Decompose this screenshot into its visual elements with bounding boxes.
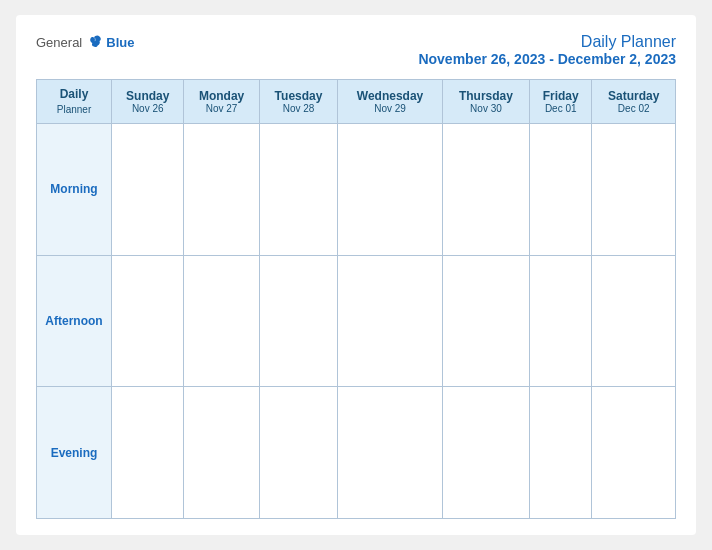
- header-col-tuesday: TuesdayNov 28: [259, 80, 338, 124]
- day-cell-evening-saturday[interactable]: [592, 387, 676, 519]
- col-day-date: Dec 01: [534, 103, 587, 114]
- header-planner: Planner: [41, 103, 107, 117]
- logo-bird-icon: [86, 33, 104, 51]
- day-cell-evening-friday[interactable]: [530, 387, 592, 519]
- logo-general: General: [36, 35, 82, 50]
- title-block: Daily Planner November 26, 2023 - Decemb…: [418, 33, 676, 67]
- day-cell-evening-thursday[interactable]: [442, 387, 529, 519]
- calendar-body: MorningAfternoonEvening: [37, 123, 676, 518]
- header-label-col: Daily Planner: [37, 80, 112, 124]
- header-col-monday: MondayNov 27: [184, 80, 259, 124]
- col-day-name: Tuesday: [264, 89, 334, 103]
- col-day-name: Saturday: [596, 89, 671, 103]
- day-cell-afternoon-tuesday[interactable]: [259, 255, 338, 387]
- day-cell-evening-sunday[interactable]: [112, 387, 184, 519]
- day-cell-evening-wednesday[interactable]: [338, 387, 442, 519]
- planner-title: Daily Planner: [418, 33, 676, 51]
- header-col-friday: FridayDec 01: [530, 80, 592, 124]
- day-cell-afternoon-thursday[interactable]: [442, 255, 529, 387]
- table-row: Evening: [37, 387, 676, 519]
- header-col-saturday: SaturdayDec 02: [592, 80, 676, 124]
- day-cell-morning-sunday[interactable]: [112, 123, 184, 255]
- col-day-name: Sunday: [116, 89, 179, 103]
- table-row: Afternoon: [37, 255, 676, 387]
- planner-dates: November 26, 2023 - December 2, 2023: [418, 51, 676, 67]
- day-cell-morning-saturday[interactable]: [592, 123, 676, 255]
- day-cell-afternoon-friday[interactable]: [530, 255, 592, 387]
- col-day-name: Friday: [534, 89, 587, 103]
- time-cell-afternoon: Afternoon: [37, 255, 112, 387]
- time-cell-evening: Evening: [37, 387, 112, 519]
- col-day-name: Monday: [188, 89, 254, 103]
- logo-blue: Blue: [106, 35, 134, 50]
- planner-page: General Blue Daily Planner November 26, …: [16, 15, 696, 535]
- day-cell-afternoon-sunday[interactable]: [112, 255, 184, 387]
- col-day-date: Nov 27: [188, 103, 254, 114]
- day-cell-morning-wednesday[interactable]: [338, 123, 442, 255]
- logo: General Blue: [36, 33, 134, 51]
- day-cell-morning-thursday[interactable]: [442, 123, 529, 255]
- calendar-table: Daily Planner SundayNov 26MondayNov 27Tu…: [36, 79, 676, 519]
- header-col-thursday: ThursdayNov 30: [442, 80, 529, 124]
- day-cell-evening-tuesday[interactable]: [259, 387, 338, 519]
- day-cell-afternoon-wednesday[interactable]: [338, 255, 442, 387]
- header-row: Daily Planner SundayNov 26MondayNov 27Tu…: [37, 80, 676, 124]
- day-cell-afternoon-monday[interactable]: [184, 255, 259, 387]
- col-day-name: Thursday: [447, 89, 525, 103]
- table-row: Morning: [37, 123, 676, 255]
- header: General Blue Daily Planner November 26, …: [36, 33, 676, 67]
- day-cell-morning-tuesday[interactable]: [259, 123, 338, 255]
- col-day-date: Dec 02: [596, 103, 671, 114]
- col-day-date: Nov 28: [264, 103, 334, 114]
- col-day-date: Nov 26: [116, 103, 179, 114]
- day-cell-morning-monday[interactable]: [184, 123, 259, 255]
- time-cell-morning: Morning: [37, 123, 112, 255]
- header-col-sunday: SundayNov 26: [112, 80, 184, 124]
- day-cell-afternoon-saturday[interactable]: [592, 255, 676, 387]
- header-daily: Daily: [41, 86, 107, 103]
- header-col-wednesday: WednesdayNov 29: [338, 80, 442, 124]
- day-cell-morning-friday[interactable]: [530, 123, 592, 255]
- day-cell-evening-monday[interactable]: [184, 387, 259, 519]
- col-day-date: Nov 29: [342, 103, 437, 114]
- col-day-name: Wednesday: [342, 89, 437, 103]
- col-day-date: Nov 30: [447, 103, 525, 114]
